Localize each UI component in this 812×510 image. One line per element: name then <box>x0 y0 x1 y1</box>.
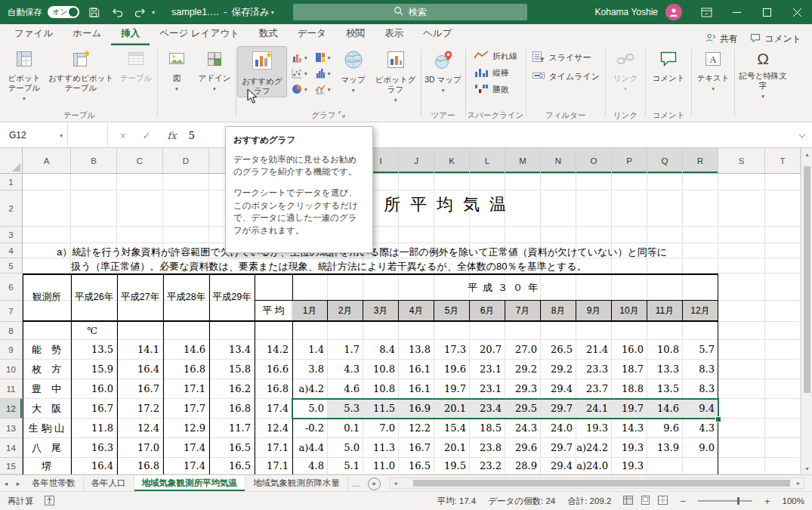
cell-E9[interactable]: 13.4 <box>209 340 255 360</box>
illustrations-button[interactable]: 図▾ <box>159 47 194 94</box>
column-header-J[interactable]: J <box>399 148 434 173</box>
undo-icon[interactable] <box>108 3 126 21</box>
cell-C13[interactable]: 12.4 <box>117 419 163 438</box>
cell-D7[interactable] <box>163 301 209 322</box>
horizontal-scrollbar[interactable]: ◂ ▸ <box>390 478 805 489</box>
scatter-chart-button[interactable]: ▾ <box>289 66 309 80</box>
column-header-L[interactable]: L <box>470 148 505 173</box>
row-header-12[interactable]: 12 <box>0 399 22 419</box>
tab-page-layout[interactable]: ページ レイアウト <box>150 23 249 45</box>
row-header-9[interactable]: 9 <box>0 340 22 360</box>
cell-F13[interactable]: 12.4 <box>255 419 292 438</box>
cell-L5[interactable] <box>470 258 505 274</box>
cell-D8[interactable] <box>163 322 209 340</box>
cell-Q11[interactable]: 13.5 <box>647 379 683 399</box>
cell-L15[interactable]: 23.2 <box>470 458 505 474</box>
comments-button[interactable]: コメント <box>750 32 801 45</box>
cell-D10[interactable]: 16.8 <box>163 360 209 379</box>
zoom-in-button[interactable]: + <box>764 496 770 507</box>
cell-B10[interactable]: 15.9 <box>71 360 117 379</box>
cell-Q3[interactable] <box>647 227 683 243</box>
cell-Q6[interactable] <box>647 274 683 301</box>
cell-F11[interactable]: 16.8 <box>255 379 292 399</box>
pie-chart-button[interactable]: ▾ <box>289 82 309 96</box>
row-header-10[interactable]: 10 <box>0 360 22 379</box>
cell-O4[interactable] <box>576 243 612 258</box>
sparkline-column-button[interactable]: 縦棒 <box>470 66 521 80</box>
user-name[interactable]: Kohama Yoshie <box>595 7 658 17</box>
cell-R15[interactable] <box>683 458 718 474</box>
row-header-4[interactable]: 4 <box>0 243 22 258</box>
cell-N12[interactable]: 29.7 <box>541 399 576 419</box>
cell-T12[interactable] <box>765 399 801 419</box>
cell-R14[interactable]: 9.0 <box>683 438 718 458</box>
cell-A1[interactable] <box>23 174 71 190</box>
normal-view-icon[interactable] <box>623 496 633 506</box>
zoom-slider-knob[interactable] <box>737 497 739 505</box>
cell-J15[interactable]: 16.5 <box>399 458 434 474</box>
tab-help[interactable]: ヘルプ <box>413 23 462 45</box>
cell-S7[interactable] <box>718 301 765 322</box>
cell-O5[interactable] <box>576 258 612 274</box>
horizontal-scrollbar-thumb[interactable] <box>413 480 791 487</box>
zoom-level[interactable]: 100% <box>783 496 804 505</box>
cell-S6[interactable] <box>718 274 765 301</box>
column-chart-button[interactable]: ▾ <box>289 51 309 64</box>
cell-A11[interactable]: 豊 中 <box>23 379 71 399</box>
cell-Q9[interactable]: 10.8 <box>647 340 683 360</box>
timeline-button[interactable]: タイムライン <box>528 68 604 85</box>
cell-A10[interactable]: 枚 方 <box>23 360 71 379</box>
cell-S12[interactable] <box>718 399 765 419</box>
table-button[interactable]: テーブル <box>116 47 156 84</box>
cell-D12[interactable]: 17.7 <box>163 399 209 419</box>
cell-A14[interactable]: 八 尾 <box>23 438 71 458</box>
cell-B2[interactable] <box>71 190 117 227</box>
cell-K8[interactable] <box>434 322 470 340</box>
sheet-nav-left-icon[interactable]: ◂ <box>0 475 12 491</box>
cell-S14[interactable] <box>718 438 765 458</box>
cell-P7[interactable] <box>612 301 647 322</box>
page-layout-view-icon[interactable] <box>641 496 650 506</box>
sheet-nav-right-icon[interactable]: ▸ <box>12 475 24 491</box>
cell-G14[interactable]: a)4.4 <box>292 438 328 458</box>
cell-I6[interactable] <box>363 274 399 301</box>
cell-F9[interactable]: 14.2 <box>255 340 292 360</box>
calc-mode[interactable]: 再計算 <box>8 496 34 507</box>
cell-C12[interactable]: 17.2 <box>117 399 163 419</box>
recommended-pivot-button[interactable]: おすすめピボットテーブル <box>46 47 116 94</box>
cell-C3[interactable] <box>117 227 163 243</box>
cell-H6[interactable] <box>328 274 363 301</box>
cell-E15[interactable]: 16.5 <box>209 458 255 474</box>
cell-P15[interactable]: 19.3 <box>612 458 647 474</box>
cell-Q14[interactable]: 13.9 <box>647 438 683 458</box>
cell-T14[interactable] <box>765 438 801 458</box>
cell-C2[interactable] <box>117 190 163 227</box>
sheet-tab-population[interactable]: 各年人口 <box>84 475 134 491</box>
cell-M9[interactable]: 27.0 <box>505 340 541 360</box>
minimize-button[interactable] <box>721 0 752 24</box>
cell-A5[interactable] <box>23 258 71 274</box>
cell-Q2[interactable] <box>647 190 683 227</box>
cell-E11[interactable]: 16.2 <box>209 379 255 399</box>
cell-L6[interactable] <box>470 274 505 301</box>
comment-button[interactable]: コメント <box>647 47 690 84</box>
cell-C8[interactable] <box>117 322 163 340</box>
cell-D2[interactable] <box>163 190 209 227</box>
cell-J2[interactable] <box>399 190 434 227</box>
cell-Q13[interactable]: 9.6 <box>647 419 683 438</box>
cell-P11[interactable]: 18.8 <box>612 379 647 399</box>
quick-access-dropdown-icon[interactable]: ▾ <box>152 9 155 16</box>
row-header-11[interactable]: 11 <box>0 379 22 399</box>
saved-status-dropdown-icon[interactable]: ▾ <box>271 9 274 16</box>
maximize-button[interactable] <box>752 0 782 24</box>
cell-J6[interactable] <box>399 274 434 301</box>
cell-S3[interactable] <box>718 227 765 243</box>
cell-P4[interactable] <box>612 243 647 258</box>
cell-N1[interactable] <box>541 174 576 190</box>
cell-C14[interactable]: 17.0 <box>117 438 163 458</box>
cell-O10[interactable]: 23.3 <box>576 360 612 379</box>
cell-K14[interactable]: 20.1 <box>434 438 470 458</box>
row-header-14[interactable]: 14 <box>0 438 22 458</box>
cell-R7[interactable] <box>683 301 718 322</box>
cell-R8[interactable] <box>683 322 718 340</box>
